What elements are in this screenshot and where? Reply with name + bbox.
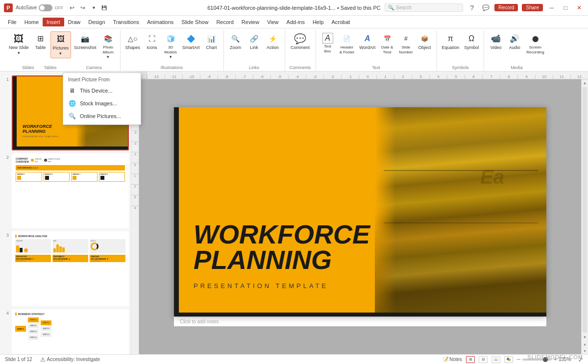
menu-record[interactable]: Record (212, 18, 237, 26)
notes-button[interactable]: 📝Notes (442, 357, 462, 362)
icons-icon: ⛶ (146, 33, 158, 45)
maximize-button[interactable]: □ (561, 3, 570, 13)
equation-button[interactable]: π Equation (440, 31, 462, 52)
online-pictures-icon: 🔍 (68, 112, 76, 120)
menu-addins[interactable]: Add-ins (283, 18, 309, 26)
screenshot-icon: 📷 (79, 33, 91, 45)
ruler-mark: -3 (306, 75, 323, 79)
shapes-button[interactable]: △○ Shapes (123, 31, 143, 52)
menu-home[interactable]: Home (21, 18, 43, 26)
audio-button[interactable]: 🔊 Audio (506, 31, 523, 52)
table-button[interactable]: ⊞ Table (32, 31, 49, 52)
screen-recording-icon: ⬤ (529, 33, 541, 45)
icons-button[interactable]: ⛶ Icons (143, 31, 161, 52)
new-slide-button[interactable]: 🖼 New Slide▾ (7, 31, 31, 57)
slide-canvas[interactable]: WORKFORCE PLANNING PRESENTATION TEMPLATE… (174, 107, 546, 316)
ruler-mark: 0 (359, 75, 376, 79)
search-box[interactable]: 🔍 Search (385, 3, 463, 12)
photo-album-icon: 📚 (102, 33, 114, 45)
presenter-view-button[interactable]: 🎭 (504, 356, 513, 363)
menu-acrobat[interactable]: Acrobat (328, 18, 354, 26)
menu-slideshow[interactable]: Slide Show (177, 18, 212, 26)
3d-models-button[interactable]: 🧊 3DModels▾ (162, 31, 179, 61)
table-icon: ⊞ (35, 33, 47, 45)
chart-button[interactable]: 📊 Chart (203, 31, 220, 52)
slide-preview-4[interactable]: BUSINESS STRATEGY STEP 1 STEP 2.1 STEP 2… (12, 309, 129, 354)
reading-view-button[interactable]: 📖 (491, 356, 500, 363)
canvas-area[interactable]: WORKFORCE PLANNING PRESENTATION TEMPLATE… (139, 79, 581, 354)
notes-placeholder: Click to add notes (180, 319, 219, 324)
action-icon: ⚡ (267, 33, 279, 45)
this-device-option[interactable]: 🖥 This Device... (63, 84, 141, 97)
symbol-button[interactable]: Ω Symbol (462, 31, 481, 52)
share-button[interactable]: Share (522, 4, 543, 11)
menu-review[interactable]: Review (238, 18, 263, 26)
ruler-mark: -5 (270, 75, 288, 79)
slide-thumb-3[interactable]: 3 WORKFORCE ANALYSIS GENDER (2, 231, 129, 306)
menu-insert[interactable]: Insert (43, 18, 64, 26)
menu-help[interactable]: Help (309, 18, 328, 26)
object-icon: 📦 (419, 33, 431, 45)
comments-icon[interactable]: 💬 (481, 3, 490, 13)
redo-button[interactable]: ↪ (78, 3, 88, 13)
action-button[interactable]: ⚡ Action (264, 31, 282, 52)
scroll-arrow-extra-down[interactable]: ▼ (582, 347, 588, 354)
date-time-button[interactable]: 📅 Date &Time (378, 31, 396, 56)
scroll-up-arrow[interactable]: ▲ (582, 79, 588, 86)
minimize-button[interactable]: ─ (547, 3, 557, 13)
status-bar: Slide 1 of 12 ⚠ Accessibility: Investiga… (0, 354, 588, 364)
ribbon-slides-group: 🖼 New Slide▾ ⊞ Table 🖼 Pictures▾ 📷 Scree… (4, 30, 121, 71)
ruler-mark: 8 (500, 75, 517, 79)
scroll-arrow-extra-up[interactable]: ▲ (582, 340, 588, 347)
slide-count: Slide 1 of 12 (5, 357, 32, 362)
menu-file[interactable]: File (4, 18, 21, 26)
zoom-button[interactable]: 🔍 Zoom (227, 31, 245, 52)
save-to-device-button[interactable]: 💾 (99, 3, 109, 13)
this-device-icon: 🖥 (68, 87, 76, 95)
wordart-icon: A (362, 33, 373, 45)
slide-thumb-2[interactable]: 2 COMPANYOVERVIEW VISION:text OBJECTIVES… (2, 153, 129, 228)
normal-view-button[interactable]: ⊞ (466, 356, 475, 363)
smartart-button[interactable]: 🔷 SmartArt (180, 31, 202, 52)
slide-preview-2[interactable]: COMPANYOVERVIEW VISION:text OBJECTIVES:t… (12, 153, 129, 228)
pictures-button[interactable]: 🖼 Pictures▾ (50, 31, 72, 58)
menu-transitions[interactable]: Transitions (109, 18, 143, 26)
menu-draw[interactable]: Draw (64, 18, 85, 26)
wordart-button[interactable]: A WordArt (357, 31, 377, 52)
object-button[interactable]: 📦 Object (416, 31, 434, 52)
right-scrollbar[interactable]: ▲ ▼ ▲ ▼ (581, 79, 588, 354)
undo-button[interactable]: ↩ (67, 3, 77, 13)
comment-button[interactable]: 💬 Comment (288, 31, 313, 52)
menu-design[interactable]: Design (84, 18, 109, 26)
slide-preview-3[interactable]: WORKFORCE ANALYSIS GENDER AGE (12, 231, 129, 306)
slide-thumb-4[interactable]: 4 BUSINESS STRATEGY STEP 1 STEP 2.1 STEP… (2, 309, 129, 354)
slide-sorter-button[interactable]: ⊟ (479, 356, 488, 363)
search-placeholder: Search (396, 5, 412, 10)
scroll-down-arrow[interactable]: ▼ (582, 334, 588, 340)
online-pictures-option[interactable]: 🔍 Online Pictures... (63, 110, 141, 122)
ruler-mark: 9 (517, 75, 535, 79)
help-icon[interactable]: ? (467, 3, 477, 13)
autosave-toggle[interactable] (39, 4, 52, 11)
ruler-mark: 5 (447, 75, 465, 79)
scroll-track[interactable] (583, 87, 587, 333)
video-button[interactable]: 📹 Video (487, 31, 505, 52)
stock-images-option[interactable]: 🌐 Stock Images... (63, 97, 141, 110)
screen-recording-button[interactable]: ⬤ ScreenRecording (524, 31, 546, 56)
close-button[interactable]: ✕ (574, 3, 584, 13)
zoom-out-button[interactable]: ─ (517, 357, 520, 362)
more-button[interactable]: ▼ (89, 3, 98, 13)
photo-album-button[interactable]: 📚 PhotoAlbum▾ (99, 31, 117, 61)
insert-picture-dropdown: Insert Picture From 🖥 This Device... 🌐 S… (63, 73, 141, 125)
header-footer-button[interactable]: 📄 Header& Footer (338, 31, 357, 56)
screenshot-button[interactable]: 📷 Screenshot (72, 31, 98, 52)
autosave-area: AutoSave OFF (16, 4, 63, 11)
ruler-mark: 10 (535, 75, 553, 79)
record-button[interactable]: Record (494, 4, 518, 11)
notes-area[interactable]: Click to add notes (174, 316, 546, 326)
menu-view[interactable]: View (263, 18, 283, 26)
slide-number-button[interactable]: # SlideNumber (397, 31, 415, 56)
menu-animations[interactable]: Animations (143, 18, 177, 26)
textbox-button[interactable]: A TextBox (319, 31, 337, 55)
link-button[interactable]: 🔗 Link (245, 31, 263, 52)
